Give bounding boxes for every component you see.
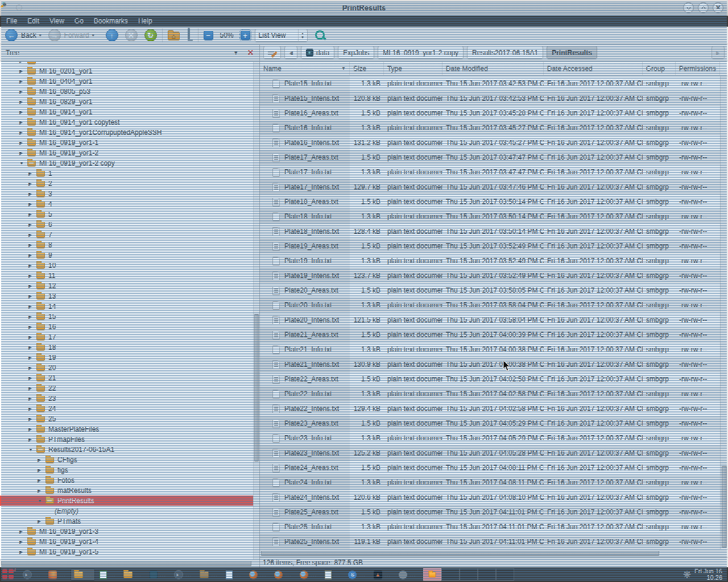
window-preview-icon bbox=[428, 572, 436, 577]
file-manager-window: PrintResults ✕ FileEditViewGoBookmarksHe… bbox=[0, 0, 728, 582]
text-document-icon bbox=[226, 571, 233, 579]
taskbar: >_..................>_..................… bbox=[0, 567, 728, 582]
taskbar-buttons: >_..................>_..................… bbox=[19, 568, 420, 581]
taskbar-button-text-document[interactable]: ... bbox=[222, 568, 245, 581]
